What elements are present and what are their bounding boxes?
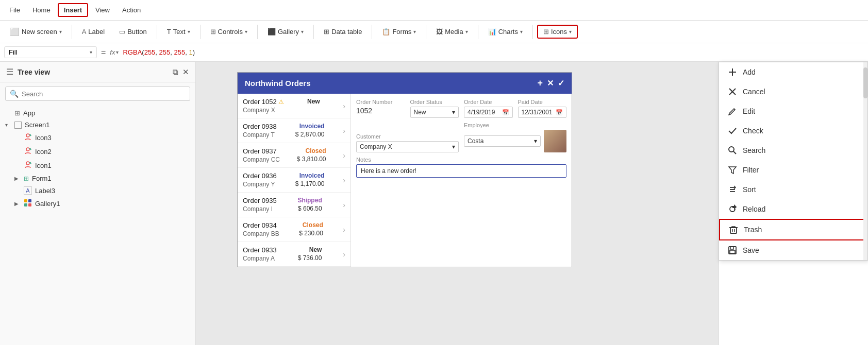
dropdown-scroll[interactable]: Add Cancel Edit <box>719 62 867 260</box>
new-screen-button[interactable]: ⬜ New screen ▾ <box>4 25 68 39</box>
cancel-icon <box>727 87 738 97</box>
dropdown-item-add[interactable]: Add <box>719 62 867 82</box>
paid-date-input[interactable]: 12/31/2001 📅 <box>518 107 567 118</box>
list-item[interactable]: Order 0936 Company Y Invoiced $ 1,170.00… <box>238 168 350 193</box>
app-canvas: Northwind Orders + ✕ ✓ <box>237 72 572 267</box>
label-button[interactable]: A Label <box>76 25 110 38</box>
trash-icon <box>728 225 739 235</box>
fx-chevron-icon: ▾ <box>116 49 119 55</box>
gallery-chevron-icon: ▾ <box>301 29 304 34</box>
nw-add-icon[interactable]: + <box>537 78 543 89</box>
tree-item-label-icon2: Icon2 <box>35 148 52 156</box>
employee-select[interactable]: Costa ▾ <box>464 135 541 147</box>
media-button[interactable]: 🖼 Media ▾ <box>430 25 473 38</box>
list-item[interactable]: Order 0933 Company A New $ 736.00 › <box>238 242 350 267</box>
nw-item-right: New $ 736.00 <box>298 246 322 262</box>
paid-date-value: 12/31/2001 <box>522 109 553 116</box>
fx-button[interactable]: fx ▾ <box>110 48 119 56</box>
fill-dropdown[interactable]: Fill ▾ <box>4 46 97 58</box>
sidebar-layers-icon[interactable]: ⧉ <box>173 67 178 77</box>
nw-header-icons: + ✕ ✓ <box>537 78 564 89</box>
gallery-button[interactable]: ⬛ Gallery ▾ <box>262 25 309 38</box>
nw-check-icon[interactable]: ✓ <box>558 78 564 88</box>
dropdown-item-check[interactable]: Check <box>719 121 867 141</box>
check-icon <box>727 126 738 136</box>
search-icon: 🔍 <box>10 90 19 98</box>
svg-point-2 <box>26 162 29 165</box>
notes-input[interactable]: Here is a new order! <box>356 164 566 178</box>
search-input[interactable] <box>22 90 186 98</box>
nw-detail-row-1: Order Number 1052 Order Status New ▾ <box>356 99 566 118</box>
button-button[interactable]: ▭ Button <box>113 25 153 38</box>
dropdown-item-filter[interactable]: Filter <box>719 160 867 180</box>
tree-item-label-icon3: Icon3 <box>35 134 52 142</box>
controls-button[interactable]: ⊞ Controls ▾ <box>205 25 253 38</box>
dropdown-item-sort[interactable]: Sort <box>719 180 867 199</box>
list-item[interactable]: Order 0935 Company I Shipped $ 606.50 › <box>238 193 350 217</box>
dropdown-item-reload[interactable]: Reload <box>719 199 867 219</box>
tree-item-gallery1[interactable]: ▶ Gallery1 <box>0 197 195 211</box>
svg-rect-3 <box>24 199 27 202</box>
right-scrollbar[interactable] <box>863 62 867 260</box>
nw-item-left: Order 0934 Company BB <box>243 221 279 237</box>
tree-item-icon3[interactable]: Icon3 <box>0 131 195 145</box>
menu-insert[interactable]: Insert <box>58 3 88 17</box>
dropdown-item-label-reload: Reload <box>743 205 765 213</box>
sep4 <box>257 25 258 39</box>
icons-icon: ⊞ <box>543 28 549 36</box>
tree-item-app[interactable]: ⊞ App <box>0 107 195 119</box>
nw-item-right: Shipped $ 606.50 <box>297 197 322 212</box>
add-icon <box>727 67 738 77</box>
order-date-calendar-icon: 📅 <box>502 109 509 116</box>
tree-item-icon1[interactable]: Icon1 <box>0 159 195 173</box>
nw-header: Northwind Orders + ✕ ✓ <box>238 73 572 94</box>
dropdown-item-trash[interactable]: Trash <box>719 219 867 240</box>
nw-cancel-icon[interactable]: ✕ <box>547 78 554 88</box>
tree-item-icon2[interactable]: Icon2 <box>0 145 195 159</box>
svg-point-1 <box>26 148 29 151</box>
tree-item-label3[interactable]: A Label3 <box>0 184 195 197</box>
tree-item-form1[interactable]: ▶ ⊞ Form1 <box>0 173 195 184</box>
dropdown-item-search[interactable]: Search <box>719 141 867 160</box>
order-status-select[interactable]: New ▾ <box>410 107 459 118</box>
gallery-icon: ⬛ <box>268 28 276 36</box>
dropdown-item-cancel[interactable]: Cancel <box>719 82 867 101</box>
tree-item-label-app: App <box>23 109 35 117</box>
nw-detail: Order Number 1052 Order Status New ▾ <box>351 94 572 267</box>
nw-title: Northwind Orders <box>245 79 311 88</box>
customer-chevron-icon: ▾ <box>452 143 455 150</box>
sidebar-close-icon[interactable]: ✕ <box>182 67 189 77</box>
tree-item-label-screen1: Screen1 <box>25 121 49 129</box>
sidebar-search-box[interactable]: 🔍 <box>5 87 190 101</box>
customer-select[interactable]: Company X ▾ <box>356 141 459 152</box>
menu-home[interactable]: Home <box>27 4 56 16</box>
sep2 <box>157 25 157 39</box>
dropdown-item-edit[interactable]: Edit <box>719 101 867 121</box>
svg-rect-5 <box>24 203 27 206</box>
sep7 <box>426 25 426 39</box>
menu-action[interactable]: Action <box>117 4 146 16</box>
icons-button[interactable]: ⊞ Icons ▾ <box>537 25 578 39</box>
tree-item-screen1[interactable]: ▾ Screen1 <box>0 119 195 131</box>
list-item[interactable]: Order 0938 Company T Invoiced $ 2,870.00… <box>238 118 350 143</box>
charts-icon: 📊 <box>488 28 496 36</box>
dropdown-item-save[interactable]: Save <box>719 240 867 260</box>
menu-file[interactable]: File <box>4 4 25 16</box>
datatable-button[interactable]: ⊞ Data table <box>318 25 368 38</box>
formula-bar: Fill ▾ = fx ▾ RGBA(255, 255, 255, 1) <box>0 43 868 62</box>
order-status-value: New <box>414 109 426 116</box>
gallery1-icon <box>24 199 32 209</box>
screen1-expander-icon: ▾ <box>5 122 11 128</box>
list-item[interactable]: Order 0934 Company BB Closed $ 230.00 › <box>238 217 350 242</box>
menu-bar: File Home Insert View Action <box>0 0 868 21</box>
sidebar-title: Tree view <box>18 68 50 76</box>
list-item[interactable]: Order 1052 ⚠ Company X New › <box>238 94 350 118</box>
order-date-input[interactable]: 4/19/2019 📅 <box>464 107 513 118</box>
forms-label: Forms <box>392 28 411 36</box>
list-item[interactable]: Order 0937 Company CC Closed $ 3,810.00 … <box>238 143 350 168</box>
gallery1-expander-icon: ▶ <box>14 201 21 206</box>
charts-button[interactable]: 📊 Charts ▾ <box>482 25 528 38</box>
forms-button[interactable]: 📋 Forms ▾ <box>376 25 422 38</box>
menu-view[interactable]: View <box>90 4 115 16</box>
text-button[interactable]: T Text ▾ <box>161 25 196 38</box>
